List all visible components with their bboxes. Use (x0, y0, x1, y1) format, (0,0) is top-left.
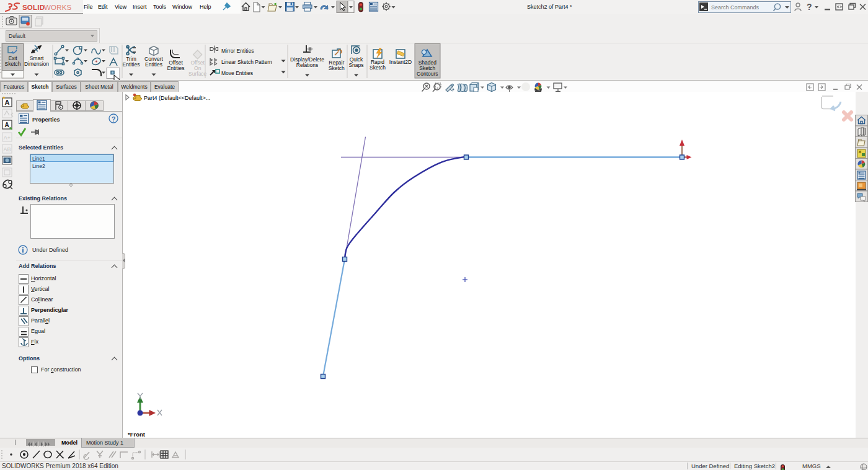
svg-text:A+: A+ (4, 135, 11, 141)
svg-text:Linear Sketch Pattern: Linear Sketch Pattern (221, 59, 272, 65)
svg-text:SOLID: SOLID (22, 4, 45, 11)
svg-text:Relations: Relations (296, 62, 318, 68)
svg-text:Entities: Entities (167, 65, 185, 71)
svg-text:Mirror Entities: Mirror Entities (221, 48, 254, 54)
svg-text:Entities: Entities (145, 61, 162, 68)
svg-text:A: A (4, 122, 9, 128)
svg-text:A: A (5, 99, 10, 106)
svg-text:Contours: Contours (417, 71, 438, 77)
svg-text:Surface: Surface (188, 71, 207, 77)
svg-text:Sketch: Sketch (329, 65, 345, 71)
svg-text:Dimension: Dimension (24, 61, 49, 67)
svg-text:Entities: Entities (123, 61, 140, 68)
svg-text:Move Entities: Move Entities (221, 70, 253, 76)
svg-text:Instant2D: Instant2D (389, 59, 412, 65)
svg-text:WORKS: WORKS (44, 4, 72, 11)
svg-text:Snaps: Snaps (348, 62, 363, 68)
svg-text:Part4 (Default<<Default>...: Part4 (Default<<Default>... (144, 95, 210, 101)
svg-text:Sketch: Sketch (5, 61, 21, 67)
svg-text:Sketch: Sketch (370, 64, 386, 71)
svg-text:AB: AB (3, 146, 11, 153)
svg-text:?: ? (807, 2, 812, 12)
svg-text:?: ? (112, 115, 116, 123)
svg-text:*Front: *Front (128, 431, 146, 438)
